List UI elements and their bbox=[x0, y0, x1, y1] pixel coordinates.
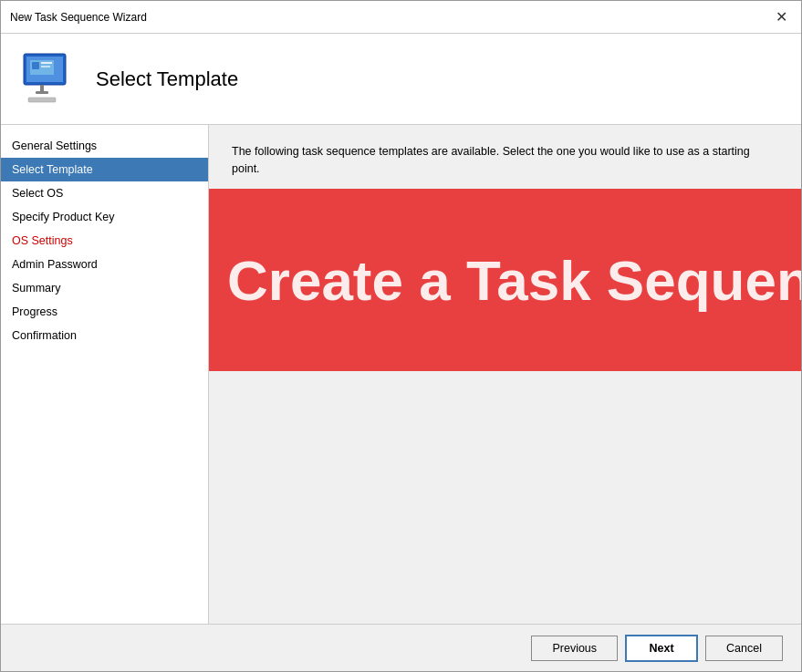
svg-rect-8 bbox=[41, 66, 50, 67]
sidebar-item-specify-product-key[interactable]: Specify Product Key bbox=[1, 205, 208, 229]
sidebar-item-general-settings[interactable]: General Settings bbox=[1, 134, 208, 158]
cancel-button[interactable]: Cancel bbox=[705, 636, 783, 661]
main-panel: The following task sequence templates ar… bbox=[209, 125, 801, 624]
header-icon bbox=[19, 50, 78, 109]
next-button[interactable]: Next bbox=[625, 635, 698, 662]
svg-rect-7 bbox=[41, 62, 52, 64]
footer: Previous Next Cancel bbox=[1, 624, 801, 671]
sidebar-item-select-template[interactable]: Select Template bbox=[1, 158, 208, 181]
sidebar-item-confirmation[interactable]: Confirmation bbox=[1, 324, 208, 347]
svg-rect-2 bbox=[40, 85, 44, 92]
close-button[interactable]: ✕ bbox=[770, 6, 792, 28]
computer-svg-icon bbox=[19, 50, 74, 105]
header-area: Select Template bbox=[1, 34, 801, 125]
title-bar: New Task Sequence Wizard ✕ bbox=[1, 1, 801, 34]
overlay-banner: Create a Task Sequence Template bbox=[209, 189, 801, 371]
svg-rect-4 bbox=[28, 98, 56, 102]
svg-rect-6 bbox=[32, 62, 39, 69]
sidebar-item-summary[interactable]: Summary bbox=[1, 276, 208, 300]
main-content: The following task sequence templates ar… bbox=[209, 125, 801, 624]
previous-button[interactable]: Previous bbox=[531, 636, 618, 661]
page-title: Select Template bbox=[96, 67, 238, 91]
overlay-text: Create a Task Sequence Template bbox=[227, 248, 801, 313]
sidebar-item-progress[interactable]: Progress bbox=[1, 300, 208, 324]
window-title: New Task Sequence Wizard bbox=[10, 11, 147, 24]
sidebar-item-os-settings[interactable]: OS Settings bbox=[1, 229, 208, 253]
sidebar-item-select-os[interactable]: Select OS bbox=[1, 181, 208, 205]
content-area: General Settings Select Template Select … bbox=[1, 125, 801, 624]
description-text: The following task sequence templates ar… bbox=[232, 143, 778, 178]
wizard-window: New Task Sequence Wizard ✕ Select Templa… bbox=[0, 0, 802, 672]
sidebar: General Settings Select Template Select … bbox=[1, 125, 209, 624]
sidebar-item-admin-password[interactable]: Admin Password bbox=[1, 253, 208, 276]
svg-rect-3 bbox=[36, 91, 48, 94]
